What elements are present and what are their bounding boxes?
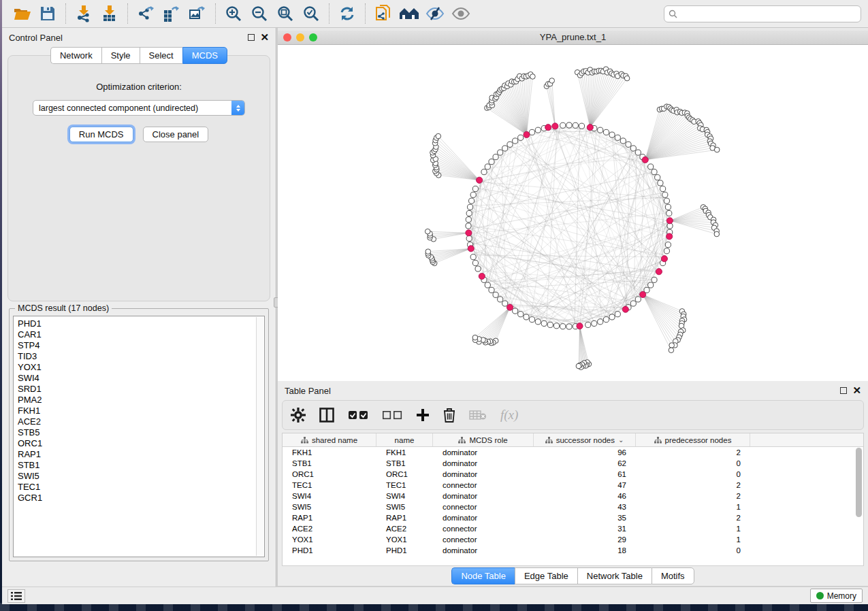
table-row[interactable]: ACE2ACE2connector311 bbox=[283, 523, 863, 534]
cell-MCDS-role[interactable]: connector bbox=[433, 503, 534, 511]
open-file-icon[interactable] bbox=[9, 3, 35, 24]
cell-MCDS-role[interactable]: dominator bbox=[433, 448, 534, 457]
delete-row-icon[interactable] bbox=[443, 408, 455, 423]
column-header-MCDS-role[interactable]: MCDS role bbox=[433, 433, 534, 446]
mcds-result-item[interactable]: YOX1 bbox=[18, 362, 264, 373]
show-panels-list-button[interactable] bbox=[7, 589, 25, 603]
refresh-layout-icon[interactable] bbox=[334, 3, 360, 24]
table-row[interactable]: FKH1FKH1dominator962 bbox=[283, 447, 863, 458]
cell-shared-name[interactable]: ORC1 bbox=[283, 470, 376, 478]
cell-MCDS-role[interactable]: dominator bbox=[433, 492, 534, 500]
cell-name[interactable]: ACE2 bbox=[376, 525, 433, 533]
column-header-shared-name[interactable]: shared name bbox=[283, 433, 376, 446]
optimization-criterion-select[interactable]: largest connected component (undirected) bbox=[33, 100, 245, 116]
cell-shared-name[interactable]: YOX1 bbox=[283, 535, 376, 544]
cell-shared-name[interactable]: ACE2 bbox=[283, 525, 376, 533]
cell-MCDS-role[interactable]: dominator bbox=[433, 459, 534, 467]
import-network-icon[interactable] bbox=[71, 3, 97, 24]
cell-shared-name[interactable]: RAP1 bbox=[283, 514, 376, 522]
tab-network[interactable]: Network bbox=[50, 47, 101, 64]
mcds-result-item[interactable]: PMA2 bbox=[18, 395, 264, 406]
mcds-result-item[interactable]: STP4 bbox=[18, 340, 264, 351]
cell-shared-name[interactable]: SWI4 bbox=[283, 492, 376, 500]
mcds-result-item[interactable]: TEC1 bbox=[18, 482, 264, 493]
select-all-icon[interactable] bbox=[348, 410, 368, 420]
memory-button[interactable]: Memory bbox=[810, 589, 863, 603]
table-row[interactable]: SWI4SWI4dominator462 bbox=[283, 491, 863, 501]
first-neighbors-icon[interactable] bbox=[396, 3, 422, 24]
table-row[interactable]: RAP1RAP1dominator352 bbox=[283, 512, 863, 523]
mcds-result-item[interactable]: ORC1 bbox=[18, 438, 264, 449]
cell-successor-nodes[interactable]: 31 bbox=[534, 525, 636, 533]
column-header-name[interactable]: name bbox=[376, 433, 433, 446]
cell-MCDS-role[interactable]: dominator bbox=[433, 514, 534, 522]
cell-MCDS-role[interactable]: connector bbox=[433, 481, 534, 489]
cell-predecessor-nodes[interactable]: 1 bbox=[636, 525, 750, 533]
mcds-result-item[interactable]: SWI4 bbox=[18, 373, 264, 384]
table-row[interactable]: TEC1TEC1connector472 bbox=[283, 480, 863, 491]
cell-successor-nodes[interactable]: 61 bbox=[534, 470, 636, 478]
sort-chevron-icon[interactable]: ⌄ bbox=[618, 436, 624, 444]
network-view-canvas[interactable] bbox=[278, 45, 868, 381]
mcds-result-item[interactable]: ACE2 bbox=[18, 416, 264, 427]
show-all-icon[interactable] bbox=[448, 3, 474, 24]
export-table-icon[interactable] bbox=[159, 3, 184, 24]
add-row-icon[interactable] bbox=[416, 408, 430, 422]
zoom-in-icon[interactable] bbox=[221, 3, 246, 24]
cell-successor-nodes[interactable]: 29 bbox=[534, 535, 636, 544]
cell-successor-nodes[interactable]: 35 bbox=[534, 514, 636, 522]
export-image-icon[interactable] bbox=[184, 3, 210, 24]
tab-motifs[interactable]: Motifs bbox=[652, 567, 694, 584]
cell-name[interactable]: STB1 bbox=[376, 459, 433, 467]
cell-shared-name[interactable]: FKH1 bbox=[283, 448, 376, 457]
cell-predecessor-nodes[interactable]: 1 bbox=[636, 503, 750, 511]
zoom-out-icon[interactable] bbox=[246, 3, 272, 24]
search-field[interactable] bbox=[664, 5, 861, 22]
settings-icon[interactable] bbox=[291, 408, 306, 423]
table-row[interactable]: STB1STB1dominator620 bbox=[283, 458, 863, 469]
network-window-titlebar[interactable]: YPA_prune.txt_1 bbox=[278, 31, 868, 45]
cell-successor-nodes[interactable]: 96 bbox=[534, 448, 636, 457]
tab-edge-table[interactable]: Edge Table bbox=[515, 567, 577, 584]
cell-shared-name[interactable]: SWI5 bbox=[283, 503, 376, 511]
cell-predecessor-nodes[interactable]: 0 bbox=[636, 459, 750, 467]
cell-MCDS-role[interactable]: connector bbox=[433, 535, 534, 544]
cell-predecessor-nodes[interactable]: 2 bbox=[636, 481, 750, 489]
cell-predecessor-nodes[interactable]: 1 bbox=[636, 535, 750, 544]
tab-network-table[interactable]: Network Table bbox=[577, 567, 652, 584]
close-panel-icon[interactable]: ✕ bbox=[260, 34, 269, 41]
network-from-selection-icon[interactable] bbox=[370, 3, 396, 24]
export-network-icon[interactable] bbox=[133, 3, 159, 24]
save-session-icon[interactable] bbox=[35, 3, 61, 24]
mcds-result-item[interactable]: GCR1 bbox=[18, 493, 264, 503]
mcds-result-item[interactable]: TID3 bbox=[18, 351, 264, 362]
cell-predecessor-nodes[interactable]: 0 bbox=[636, 546, 750, 555]
close-table-panel-icon[interactable]: ✕ bbox=[852, 387, 861, 394]
cell-shared-name[interactable]: TEC1 bbox=[283, 481, 376, 489]
cell-predecessor-nodes[interactable]: 2 bbox=[636, 448, 750, 457]
mcds-result-item[interactable]: CAR1 bbox=[18, 329, 264, 340]
cell-successor-nodes[interactable]: 18 bbox=[534, 546, 636, 555]
mcds-result-item[interactable]: SRD1 bbox=[18, 384, 264, 395]
cell-shared-name[interactable]: STB1 bbox=[283, 459, 376, 467]
cell-name[interactable]: RAP1 bbox=[376, 514, 433, 522]
mcds-result-item[interactable]: STB1 bbox=[18, 460, 264, 471]
cell-name[interactable]: FKH1 bbox=[376, 448, 433, 457]
cell-MCDS-role[interactable]: dominator bbox=[433, 546, 534, 555]
cell-predecessor-nodes[interactable]: 2 bbox=[636, 514, 750, 522]
zoom-selected-icon[interactable] bbox=[298, 3, 324, 24]
table-row[interactable]: YOX1YOX1connector291 bbox=[283, 534, 863, 545]
table-row[interactable]: ORC1ORC1dominator610 bbox=[283, 469, 863, 480]
search-input[interactable] bbox=[677, 9, 856, 18]
mcds-result-item[interactable]: STB5 bbox=[18, 427, 264, 438]
network-graph[interactable] bbox=[278, 45, 867, 380]
tab-mcds[interactable]: MCDS bbox=[182, 47, 227, 64]
float-panel-icon[interactable] bbox=[248, 34, 255, 41]
cell-predecessor-nodes[interactable]: 0 bbox=[636, 470, 750, 478]
cell-name[interactable]: SWI5 bbox=[376, 503, 433, 511]
column-header-predecessor-nodes[interactable]: predecessor nodes bbox=[636, 433, 750, 446]
float-table-panel-icon[interactable] bbox=[840, 387, 847, 394]
zoom-fit-icon[interactable] bbox=[272, 3, 298, 24]
mcds-result-list[interactable]: PHD1CAR1STP4TID3YOX1SWI4SRD1PMA2FKH1ACE2… bbox=[13, 316, 265, 557]
cell-successor-nodes[interactable]: 47 bbox=[534, 481, 636, 489]
